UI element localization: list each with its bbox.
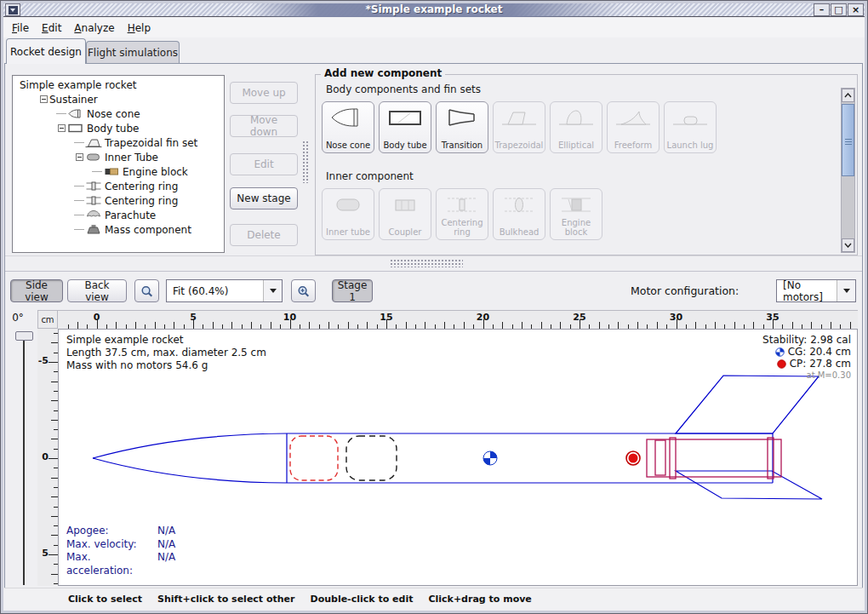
scroll-down-icon[interactable] (842, 238, 854, 252)
rocket-dimensions: Length 37.5 cm, max. diameter 2.5 cm (66, 347, 266, 359)
add-centering-ring-button: Centering ring (436, 188, 488, 240)
tick (213, 322, 214, 329)
new-stage-button[interactable]: New stage (230, 187, 298, 209)
tick (560, 322, 561, 329)
component-button-label: Elliptical (558, 141, 594, 151)
flight-estimates: Apogee:N/AMax. velocity:N/AMax. accelera… (66, 525, 175, 577)
body-tube-lg-icon (386, 106, 424, 129)
cg-value: CG: 20.4 cm (788, 346, 851, 358)
magnifier-plus-icon (297, 284, 310, 298)
nose-cone-outline-bottom[interactable] (93, 458, 287, 483)
tick (425, 322, 425, 329)
status-bar: Click to selectShift+click to select oth… (4, 588, 863, 610)
component-scrollbar[interactable] (841, 88, 855, 253)
title-bar[interactable]: *Simple example rocket – □ × (3, 3, 865, 17)
zoom-in-button[interactable] (291, 279, 316, 302)
chevron-down-icon[interactable] (263, 280, 282, 301)
fin-lower[interactable] (676, 471, 822, 499)
horizontal-splitter-grip[interactable] (390, 259, 463, 267)
rotation-slider-track[interactable] (23, 341, 25, 585)
add-freeform-button: Freeform (607, 101, 660, 153)
nose-cone-outline-top[interactable] (93, 433, 287, 458)
nose-cone-icon (67, 108, 84, 119)
add-launch-lug-button: Launch lug (664, 101, 717, 153)
tick (51, 478, 58, 479)
side-view-button[interactable]: Side view (10, 279, 63, 302)
tree-item-parachute[interactable]: Parachute (13, 208, 224, 222)
minimize-button[interactable]: – (814, 3, 830, 16)
tree-item-label: Trapezoidal fin set (105, 137, 197, 149)
zoom-level-combo[interactable]: Fit (60.4%) (166, 279, 283, 302)
add-nose-cone-button[interactable]: Nose cone (322, 101, 374, 153)
delete-button: Delete (230, 224, 298, 246)
flight-label: Apogee: (66, 525, 157, 538)
menu-file[interactable]: File (12, 20, 35, 36)
add-bulkhead-button: Bulkhead (493, 188, 545, 240)
tree-item-body-tube[interactable]: Body tube (13, 121, 224, 135)
tree-item-centering-ring[interactable]: Centering ring (13, 179, 224, 193)
maximize-button[interactable]: □ (831, 3, 847, 16)
horizontal-ruler: 05101520253035 (58, 310, 858, 329)
stability-info: Stability: 2.98 cal CG: 20.4 cm CP: 27.8… (762, 334, 851, 382)
trapezoid-fin-icon (85, 137, 102, 148)
centering-ring-front[interactable] (670, 438, 676, 479)
zoom-out-button[interactable] (134, 279, 159, 302)
h-ruler-label: 0 (94, 312, 100, 323)
tree-item-simple-example-rocket[interactable]: Simple example rocket (13, 77, 224, 92)
rocket-canvas[interactable]: Simple example rocket Length 37.5 cm, ma… (58, 329, 858, 586)
mass-component-outline[interactable] (346, 436, 397, 480)
add-transition-button[interactable]: Transition (436, 101, 488, 153)
tree-expander-icon[interactable] (58, 124, 66, 132)
v-ruler-label: 5 (42, 548, 49, 559)
engine-block-lg-icon (557, 192, 595, 216)
tree-item-centering-ring[interactable]: Centering ring (13, 193, 224, 208)
motor-configuration-combo[interactable]: [No motors] (776, 279, 856, 302)
tree-expander-icon[interactable] (40, 95, 48, 103)
scroll-up-icon[interactable] (842, 89, 854, 102)
vertical-ruler: -505 (37, 329, 58, 586)
parachute-outline[interactable] (290, 436, 338, 480)
rotation-slider-handle[interactable] (15, 331, 33, 341)
scrollbar-thumb[interactable] (842, 104, 854, 176)
tab-flight-simulations[interactable]: Flight simulations (86, 41, 180, 63)
tab-rocket-design[interactable]: Rocket design (6, 38, 86, 64)
tick (444, 322, 445, 329)
tree-item-sustainer[interactable]: Sustainer (13, 92, 224, 106)
tick (464, 322, 465, 329)
fin-upper[interactable] (676, 376, 819, 433)
chevron-down-icon[interactable] (837, 280, 855, 301)
tree-item-label: Body tube (87, 123, 139, 135)
tick (49, 458, 58, 459)
tick (502, 322, 503, 329)
tree-item-mass-component[interactable]: Mass component (13, 222, 224, 237)
add-component-group: Add new component Body components and fi… (315, 74, 858, 255)
move-up-button: Move up (230, 82, 298, 104)
tree-item-trapezoidal-fin-set[interactable]: Trapezoidal fin set (13, 135, 224, 150)
menu-help[interactable]: Help (128, 20, 157, 36)
parachute-icon (85, 209, 102, 221)
cp-icon (777, 359, 786, 369)
menu-edit[interactable]: Edit (42, 20, 67, 36)
elliptical-lg-icon (557, 106, 595, 129)
tree-item-label: Engine block (123, 166, 188, 178)
stage-1-toggle[interactable]: Stage 1 (332, 279, 373, 302)
tree-expander-icon[interactable] (76, 153, 83, 161)
menu-analyze[interactable]: Analyze (74, 20, 120, 36)
tree-item-inner-tube[interactable]: Inner Tube (13, 150, 224, 164)
cp-marker (626, 451, 640, 465)
move-down-button: Move down (230, 115, 298, 137)
tree-item-label: Parachute (105, 209, 156, 221)
back-view-button[interactable]: Back view (67, 279, 127, 302)
tree-item-engine-block[interactable]: Engine block (13, 164, 224, 179)
h-ruler-label: 5 (190, 312, 197, 323)
add-body-tube-button[interactable]: Body tube (379, 101, 431, 153)
status-hint: Click+drag to move (428, 594, 531, 605)
tree-item-nose-cone[interactable]: Nose cone (13, 106, 224, 121)
vertical-splitter-grip[interactable] (302, 141, 310, 183)
tick (599, 322, 600, 329)
engine-block-outline[interactable] (655, 440, 665, 475)
close-button[interactable]: × (848, 3, 864, 16)
add-coupler-button: Coupler (379, 188, 431, 240)
tick (51, 535, 58, 536)
tree-item-label: Inner Tube (105, 152, 158, 164)
